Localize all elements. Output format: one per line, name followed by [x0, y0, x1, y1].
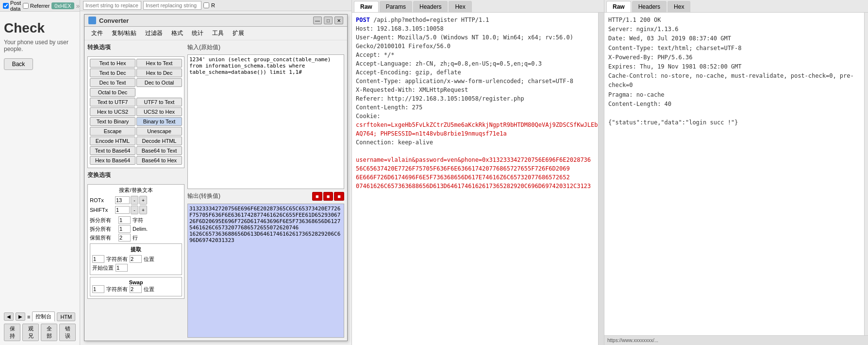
- insert-field-2[interactable]: [143, 1, 201, 10]
- converter-titlebar: Converter — □ ✕: [84, 15, 347, 27]
- escape-btn[interactable]: Escape: [90, 127, 135, 136]
- tab-raw-response[interactable]: Raw: [606, 1, 631, 12]
- swap-input-1[interactable]: [92, 285, 104, 293]
- page-title: Check: [4, 20, 76, 36]
- utf7-to-text-btn[interactable]: UTF7 to Text: [136, 98, 182, 106]
- extract-input-1[interactable]: [92, 255, 104, 263]
- next-arrow[interactable]: ▶: [16, 312, 25, 321]
- text-to-utf7-btn[interactable]: Text to UTF7: [90, 98, 135, 106]
- menu-format[interactable]: 格式: [167, 28, 187, 38]
- shiftx-minus[interactable]: -: [131, 206, 138, 214]
- request-content: POST /api.php?method=register HTTP/1.1 H…: [352, 13, 598, 345]
- text-to-hex-btn[interactable]: Text to Hex: [90, 59, 135, 68]
- swap-input-2[interactable]: [130, 285, 142, 293]
- output-btn-3[interactable]: ■: [334, 192, 344, 201]
- ucs2-to-hex-btn[interactable]: UCS2 to Hex: [136, 107, 182, 116]
- output-btn-1[interactable]: ■: [312, 192, 322, 201]
- rotx-input[interactable]: [115, 196, 130, 204]
- header-referer: Referer: http://192.168.3.105:10058/regi…: [356, 94, 594, 103]
- menu-copy-paste[interactable]: 复制/粘贴: [108, 28, 140, 38]
- input-textarea[interactable]: [187, 54, 344, 189]
- split-input-2[interactable]: [118, 225, 131, 233]
- start-pos-input[interactable]: [116, 264, 128, 272]
- replace-checkbox[interactable]: [203, 2, 209, 8]
- btn-row-10: Text to Base64 Base64 to Text: [90, 146, 182, 155]
- hex-to-ucs2-btn[interactable]: Hex to UCS2: [90, 107, 135, 116]
- encode-html-btn[interactable]: Encode HTML: [90, 137, 135, 145]
- keep-btn[interactable]: 保持: [4, 324, 20, 341]
- response-panel: Raw Headers Hex HTTP/1.1 200 OK Server: …: [604, 0, 868, 345]
- tab-params[interactable]: Params: [380, 1, 412, 12]
- all-btn[interactable]: 全部: [41, 324, 57, 341]
- header-xrequest: X-Requested-With: XMLHttpRequest: [356, 86, 594, 94]
- menu-file[interactable]: 文件: [87, 28, 107, 38]
- hex-to-dec-btn[interactable]: Hex to Dec: [136, 69, 182, 77]
- split-section: 拆分所有 字符 拆分所有 Delim. 保留所有: [90, 216, 182, 242]
- converter-app-icon: [88, 17, 96, 24]
- response-tabs: Raw Headers Hex: [604, 0, 868, 13]
- view-btn[interactable]: 观兄: [22, 324, 39, 341]
- menu-extend[interactable]: 扩展: [229, 28, 248, 38]
- output-textarea[interactable]: [187, 204, 344, 338]
- rotx-minus[interactable]: -: [131, 196, 138, 205]
- tab-hex-response[interactable]: Hex: [668, 1, 690, 12]
- tab-console[interactable]: 控制台: [32, 311, 55, 322]
- insert-field-1[interactable]: [83, 1, 141, 10]
- tab-raw-request[interactable]: Raw: [354, 1, 379, 12]
- menu-stats[interactable]: 统计: [188, 28, 207, 38]
- back-button[interactable]: Back: [4, 58, 33, 70]
- split-label-1: 拆分所有: [90, 217, 117, 224]
- extract-input-2[interactable]: [130, 255, 142, 263]
- converter-title: Converter: [99, 17, 129, 24]
- bottom-tabs: ◀ ▶ ≡ 控制台 HTM: [4, 311, 76, 322]
- variable-section-label: 变换选项: [87, 171, 184, 179]
- tab-hex-request[interactable]: Hex: [449, 1, 471, 12]
- tab-headers[interactable]: Headers: [413, 1, 448, 12]
- close-button[interactable]: ✕: [334, 17, 343, 24]
- shiftx-label: SHIFTx: [90, 207, 114, 213]
- split-unit-2: Delim.: [133, 226, 148, 232]
- decode-html-btn[interactable]: Decode HTML: [136, 137, 182, 145]
- menu-tools[interactable]: 工具: [208, 28, 228, 38]
- btn-row-5: Text to UTF7 UTF7 to Text: [90, 98, 182, 106]
- hex-to-text-btn[interactable]: Hex to Text: [136, 59, 182, 68]
- binary-to-text-btn[interactable]: Binary to Text: [136, 117, 182, 126]
- base64-to-text-btn[interactable]: Base64 to Text: [136, 146, 182, 155]
- menu-filter[interactable]: 过滤器: [141, 28, 167, 38]
- request-scrollbar[interactable]: [598, 13, 604, 345]
- bottom-status: https://www.xxxxxxxx/...: [604, 335, 868, 345]
- resp-body: {"status":true,"data":"login succ !"}: [608, 118, 860, 127]
- prev-arrow[interactable]: ◀: [4, 312, 14, 321]
- rotx-plus[interactable]: +: [139, 196, 147, 205]
- converter-menubar: 文件 复制/粘贴 过滤器 格式 统计 工具 扩展: [84, 27, 347, 40]
- referrer-checkbox[interactable]: Referrer: [23, 3, 50, 9]
- text-to-base64-btn[interactable]: Text to Base64: [90, 146, 135, 155]
- preserve-input[interactable]: [118, 234, 131, 242]
- text-to-dec-btn[interactable]: Text to Dec: [90, 69, 135, 77]
- post-data-checkbox[interactable]: Post data: [3, 0, 21, 12]
- converter-text-area: 输入(原始值) 输出(转换值) ■ ■ ■: [187, 43, 344, 338]
- hex-to-base64-btn[interactable]: Hex to Base64: [90, 156, 135, 165]
- error-btn[interactable]: 错误: [59, 324, 76, 341]
- response-scrollbar[interactable]: [864, 13, 868, 335]
- hex-tag[interactable]: 0xHEX: [51, 2, 74, 9]
- shiftx-input[interactable]: [115, 206, 130, 214]
- minimize-button[interactable]: —: [313, 17, 322, 24]
- output-label: 输出(转换值): [187, 192, 220, 200]
- btn-row-11: Hex to Base64 Base64 to Hex: [90, 156, 182, 165]
- tab-htm[interactable]: HTM: [57, 312, 75, 321]
- output-btn-2[interactable]: ■: [323, 192, 334, 201]
- octal-to-dec-btn[interactable]: Octal to Dec: [90, 88, 135, 97]
- split-input-1[interactable]: [118, 216, 131, 224]
- dec-to-octal-btn[interactable]: Dec to Octal: [136, 78, 182, 87]
- unescape-btn[interactable]: Unescape: [136, 127, 182, 136]
- swap-label: 字符所有: [106, 286, 128, 293]
- extract-label-2: 位置: [144, 256, 154, 263]
- dec-to-text-btn[interactable]: Dec to Text: [90, 78, 135, 87]
- btn-row-3: Dec to Text Dec to Octal: [90, 78, 182, 87]
- base64-to-hex-btn[interactable]: Base64 to Hex: [136, 156, 182, 165]
- maximize-button[interactable]: □: [324, 17, 333, 24]
- shiftx-plus[interactable]: +: [139, 206, 147, 214]
- tab-headers-response[interactable]: Headers: [632, 1, 667, 12]
- text-to-binary-btn[interactable]: Text to Binary: [90, 117, 135, 126]
